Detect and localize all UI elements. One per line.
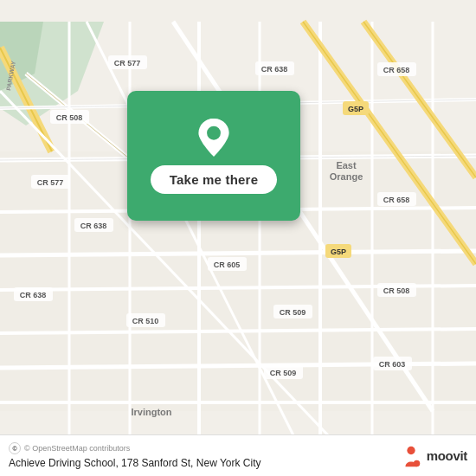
address-section: © © OpenStreetMap contributors Achieve D… <box>9 442 261 469</box>
svg-text:CR 603: CR 603 <box>379 360 406 369</box>
svg-text:CR 509: CR 509 <box>280 308 306 317</box>
svg-text:CR 577: CR 577 <box>37 178 64 187</box>
location-pin-icon <box>195 119 233 157</box>
map-roads: CR 577 CR 638 CR 508 CR 577 CR 638 CR 63… <box>0 0 476 476</box>
map-container: CR 577 CR 638 CR 508 CR 577 CR 638 CR 63… <box>0 0 476 476</box>
map-attribution: © © OpenStreetMap contributors <box>9 442 261 454</box>
svg-text:CR 658: CR 658 <box>383 196 410 204</box>
svg-text:Irvington: Irvington <box>131 407 171 417</box>
moovit-brand: moovit <box>399 444 467 468</box>
svg-text:CR 638: CR 638 <box>80 222 107 230</box>
svg-text:CR 577: CR 577 <box>114 59 141 68</box>
attribution-text: © OpenStreetMap contributors <box>24 444 130 453</box>
svg-text:East: East <box>336 160 357 170</box>
svg-point-69 <box>407 446 415 453</box>
svg-text:CR 638: CR 638 <box>261 65 288 74</box>
take-me-there-button[interactable]: Take me there <box>151 165 277 194</box>
svg-text:CR 510: CR 510 <box>132 317 159 325</box>
svg-text:CR 605: CR 605 <box>214 261 241 269</box>
svg-text:Orange: Orange <box>330 171 363 182</box>
svg-text:G5P: G5P <box>348 105 363 113</box>
moovit-icon <box>399 444 423 468</box>
svg-text:CR 508: CR 508 <box>383 286 410 295</box>
address-label: Achieve Driving School, 178 Sanford St, … <box>9 457 261 469</box>
bottom-bar: © © OpenStreetMap contributors Achieve D… <box>0 434 476 476</box>
location-card: Take me there <box>127 91 300 221</box>
svg-text:CR 638: CR 638 <box>20 291 47 299</box>
osm-logo-icon: © <box>9 442 21 454</box>
svg-text:CR 658: CR 658 <box>383 66 410 74</box>
svg-text:G5P: G5P <box>331 248 346 256</box>
svg-text:CR 509: CR 509 <box>270 369 297 377</box>
moovit-text-label: moovit <box>427 448 467 463</box>
svg-text:CR 508: CR 508 <box>56 113 83 122</box>
svg-point-68 <box>207 125 221 139</box>
